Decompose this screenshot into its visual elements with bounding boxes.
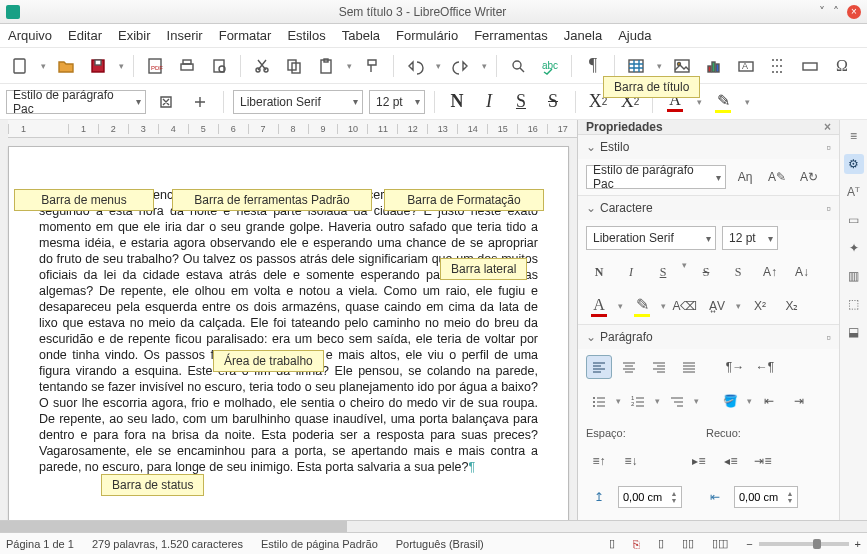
sidebar-menu-icon[interactable]: ≡: [844, 126, 864, 146]
status-view-multi-icon[interactable]: ▯▯: [682, 537, 694, 550]
find-icon[interactable]: [504, 52, 532, 80]
status-view-single-icon[interactable]: ▯: [658, 537, 664, 550]
space-above-icon[interactable]: ↥: [586, 485, 612, 509]
number-list-icon[interactable]: 12: [625, 389, 651, 413]
space-below-icon[interactable]: ↧: [586, 519, 612, 520]
zoom-slider[interactable]: [759, 542, 849, 546]
indent-before-icon[interactable]: ⇤: [702, 485, 728, 509]
sb-char-spacing-icon[interactable]: A͍V: [704, 294, 730, 318]
sb-clear-format-icon[interactable]: A⌫: [672, 294, 698, 318]
align-center-icon[interactable]: [616, 355, 642, 379]
menu-estilos[interactable]: Estilos: [287, 28, 325, 43]
insert-textbox-icon[interactable]: A: [732, 52, 760, 80]
panel-style-more-icon[interactable]: ▫: [826, 140, 831, 155]
text-ltr-icon[interactable]: ¶→: [722, 355, 748, 379]
close-icon[interactable]: ×: [847, 5, 861, 19]
zoom-in-icon[interactable]: +: [855, 538, 861, 550]
redo-icon[interactable]: [447, 52, 475, 80]
sb-superscript[interactable]: X²: [747, 294, 773, 318]
style-edit-icon[interactable]: Aη: [732, 165, 758, 189]
save-dropdown[interactable]: ▾: [116, 61, 126, 71]
insert-chart-icon[interactable]: [700, 52, 728, 80]
insert-field-icon[interactable]: [796, 52, 824, 80]
sb-shadow-icon[interactable]: S: [725, 260, 751, 284]
print-preview-icon[interactable]: [205, 52, 233, 80]
status-sign-icon[interactable]: ⎘: [633, 538, 640, 550]
sidebar-styles-icon[interactable]: Aᵀ: [844, 182, 864, 202]
sidebar-changes-icon[interactable]: ⬓: [844, 322, 864, 342]
paste-dropdown[interactable]: ▾: [344, 61, 354, 71]
menu-arquivo[interactable]: Arquivo: [8, 28, 52, 43]
align-justify-icon[interactable]: [676, 355, 702, 379]
table-dropdown[interactable]: ▾: [654, 61, 664, 71]
style-update-icon[interactable]: A↻: [796, 165, 822, 189]
italic-button[interactable]: I: [476, 89, 502, 115]
sb-highlight[interactable]: ✎: [629, 294, 655, 318]
sidebar-inspect-icon[interactable]: ⬚: [844, 294, 864, 314]
panel-para-more-icon[interactable]: ▫: [826, 330, 831, 345]
sb-underline[interactable]: S: [650, 260, 676, 284]
status-wordcount[interactable]: 279 palavras, 1.520 caracteres: [92, 538, 243, 550]
menu-tabela[interactable]: Tabela: [342, 28, 380, 43]
style-new-icon[interactable]: A✎: [764, 165, 790, 189]
export-pdf-icon[interactable]: PDF: [141, 52, 169, 80]
align-left-icon[interactable]: [586, 355, 612, 379]
sidebar-page-icon[interactable]: ▥: [844, 266, 864, 286]
new-icon[interactable]: [6, 52, 34, 80]
copy-icon[interactable]: [280, 52, 308, 80]
status-insert-icon[interactable]: ▯: [609, 537, 615, 550]
panel-para-head[interactable]: Parágrafo▫: [578, 325, 839, 349]
firstline-icon[interactable]: ⇥≡: [750, 449, 776, 473]
text-rtl-icon[interactable]: ←¶: [752, 355, 778, 379]
outline-list-icon[interactable]: [664, 389, 690, 413]
insert-pagebreak-icon[interactable]: [764, 52, 792, 80]
indent-inc2-icon[interactable]: ▸≡: [686, 449, 712, 473]
indent-left-input[interactable]: ▲▼: [734, 486, 798, 508]
sb-subscript[interactable]: X₂: [779, 294, 805, 318]
new-dropdown[interactable]: ▾: [38, 61, 48, 71]
font-name-combo[interactable]: Liberation Serif: [233, 90, 363, 114]
menu-ferramentas[interactable]: Ferramentas: [474, 28, 548, 43]
space-dec-icon[interactable]: ≡↓: [618, 449, 644, 473]
align-right-icon[interactable]: [646, 355, 672, 379]
sidebar-navigator-icon[interactable]: ✦: [844, 238, 864, 258]
bg-color-icon[interactable]: 🪣: [717, 389, 743, 413]
sidebar-properties-icon[interactable]: ⚙: [844, 154, 864, 174]
sb-decrease-size[interactable]: A↓: [789, 260, 815, 284]
open-icon[interactable]: [52, 52, 80, 80]
panel-char-head[interactable]: Caractere▫: [578, 196, 839, 220]
cut-icon[interactable]: [248, 52, 276, 80]
spellcheck-icon[interactable]: abc: [536, 52, 564, 80]
save-icon[interactable]: [84, 52, 112, 80]
undo-icon[interactable]: [401, 52, 429, 80]
menu-janela[interactable]: Janela: [564, 28, 602, 43]
print-icon[interactable]: [173, 52, 201, 80]
indent-dec-icon[interactable]: ⇤: [756, 389, 782, 413]
clone-format-icon[interactable]: [358, 52, 386, 80]
panel-char-more-icon[interactable]: ▫: [826, 201, 831, 216]
font-color-dropdown[interactable]: ▾: [694, 97, 704, 107]
maximize-icon[interactable]: ˄: [833, 5, 839, 19]
status-view-book-icon[interactable]: ▯◫: [712, 537, 728, 550]
sb-italic[interactable]: I: [618, 260, 644, 284]
zoom-control[interactable]: − +: [746, 538, 861, 550]
menu-formulario[interactable]: Formulário: [396, 28, 458, 43]
update-style-icon[interactable]: [152, 88, 180, 116]
menu-ajuda[interactable]: Ajuda: [618, 28, 651, 43]
strike-button[interactable]: S: [540, 89, 566, 115]
underline-button[interactable]: S: [508, 89, 534, 115]
panel-style-head[interactable]: Estilo▫: [578, 135, 839, 159]
new-style-icon[interactable]: [186, 88, 214, 116]
zoom-out-icon[interactable]: −: [746, 538, 752, 550]
status-page[interactable]: Página 1 de 1: [6, 538, 74, 550]
status-pagestyle[interactable]: Estilo de página Padrão: [261, 538, 378, 550]
menu-inserir[interactable]: Inserir: [167, 28, 203, 43]
sb-increase-size[interactable]: A↑: [757, 260, 783, 284]
sidebar-gallery-icon[interactable]: ▭: [844, 210, 864, 230]
horizontal-ruler[interactable]: 11234567891011121314151617: [8, 120, 577, 138]
sidebar-font-combo[interactable]: Liberation Serif: [586, 226, 716, 250]
minimize-icon[interactable]: ˅: [819, 5, 825, 19]
indent-inc-icon[interactable]: ⇥: [786, 389, 812, 413]
menu-editar[interactable]: Editar: [68, 28, 102, 43]
undo-dropdown[interactable]: ▾: [433, 61, 443, 71]
